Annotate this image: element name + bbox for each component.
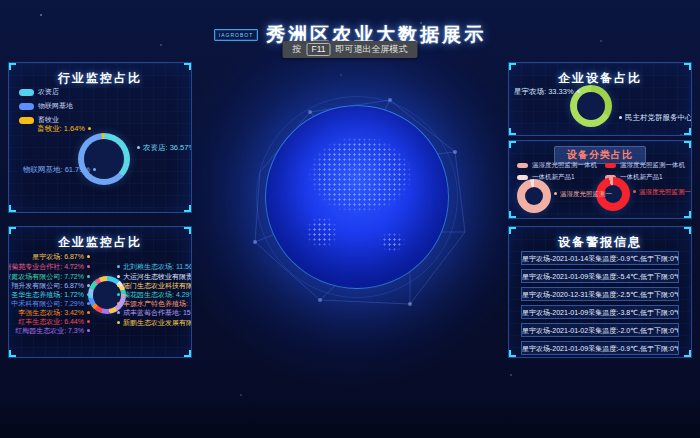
donut-label: 星宇农场: 6.87% — [32, 252, 90, 261]
panel-title: 企业设备占比 — [509, 70, 691, 87]
donut-label: 秀洲菊苑专业合作社: 4.72% — [8, 262, 90, 271]
donut-label-agristore: 农资店: 36.57% — [137, 143, 192, 152]
donut-label: 翔升发有限公司: 6.87% — [11, 281, 90, 290]
alarm-list: 星宇农场-2021-01-14采集温度:-0.9℃,低于下限:0℃ 星宇农场-2… — [521, 251, 679, 355]
legend-chip — [19, 103, 34, 110]
corner-accent — [9, 205, 16, 212]
star-field — [40, 14, 42, 16]
legend-label: 一体机新产品1 — [620, 173, 663, 182]
alarm-row: 星宇农场-2020-12-31采集温度:-2.5℃,低于下限:0℃ — [521, 287, 679, 301]
corner-accent — [684, 227, 691, 234]
donut-hole — [577, 92, 605, 120]
legend-label: 温湿度光照监测一体机 — [532, 161, 597, 170]
legend-item[interactable]: 农资店 — [19, 87, 73, 97]
f11-key-badge: F11 — [306, 43, 330, 56]
corner-accent — [184, 205, 191, 212]
corner-accent — [509, 141, 516, 148]
donut-label: 中禾科有限公司: 7.29% — [11, 299, 90, 308]
panel-title: 设备警报信息 — [509, 234, 691, 251]
corner-accent — [509, 211, 516, 218]
alarm-row: 星宇农场-2021-01-02采集温度:-2.0℃,低于下限:0℃ — [521, 323, 679, 337]
panel-enterprise-monitor: 企业监控占比 星宇农场: 6.87% 秀洲菊苑专业合作社: 4.72% 家庭农场… — [8, 226, 192, 358]
donut-label: 成丰蓝莓合作基地: 15.02% — [117, 308, 192, 317]
donut-label: 圣华生态养殖场: 1.72% — [11, 290, 90, 299]
corner-accent — [684, 63, 691, 70]
corner-accent — [684, 141, 691, 148]
logo-badge: IAGROBOT — [214, 29, 258, 41]
corner-accent — [9, 350, 16, 357]
donut-label: 菊花园生态农场: 4.29% — [117, 290, 192, 299]
legend-chip — [517, 175, 528, 180]
corner-accent — [509, 350, 516, 357]
donut-label: 李强生态农场: 3.42% — [18, 308, 90, 317]
legend-label: 物联网基地 — [38, 101, 73, 111]
panel-device-ratio: 企业设备占比 星宇农场: 33.33% 民主村党群服务中心: — [508, 62, 692, 136]
panel-title: 行业监控占比 — [9, 70, 191, 87]
donut-label-minzhucun: 民主村党群服务中心: — [619, 113, 692, 122]
corner-accent — [684, 350, 691, 357]
legend-label: 农资店 — [38, 87, 59, 97]
donut-label-livestock: 畜牧业: 1.64% — [37, 124, 91, 133]
donut-label-iot-base: 物联网基地: 61.79% — [23, 165, 96, 174]
corner-accent — [184, 350, 191, 357]
panel-device-category: 设备分类占比 温湿度光照监测一体机 一体机新产品1 温湿度光照监测一体机 一体机… — [508, 140, 692, 219]
donut-callout-right: 温湿度光照监测一 — [633, 187, 691, 196]
fullscreen-exit-tip: 按 F11 即可退出全屏模式 — [282, 41, 417, 58]
corner-accent — [509, 63, 516, 70]
alarm-row: 星宇农场-2021-01-09采集温度:-0.9℃,低于下限:0℃ — [521, 341, 679, 355]
legend-item[interactable]: 物联网基地 — [19, 101, 73, 111]
panel-title: 企业监控占比 — [9, 234, 191, 251]
corner-accent — [9, 227, 16, 234]
legend-item[interactable]: 温湿度光照监测一体机 — [605, 161, 685, 170]
industry-donut-chart[interactable] — [78, 133, 130, 185]
donut-label: 红梅园生态农业: 7.3% — [15, 326, 90, 335]
corner-accent — [9, 63, 16, 70]
corner-accent — [509, 227, 516, 234]
donut-label: 红丰生态农业: 6.44% — [18, 317, 90, 326]
dashboard-screen: IAGROBOT 秀洲区农业大数据展示 按 F11 即可退出全屏模式 行业监控占… — [0, 0, 700, 438]
donut-label: 家庭农场有限公司: 7.72% — [8, 272, 90, 281]
donut-callout-left: 温湿度光照监测一 — [554, 189, 612, 198]
donut-label-xingyu: 星宇农场: 33.33% — [514, 87, 580, 96]
legend-chip — [19, 117, 34, 124]
category-donut-left[interactable] — [517, 179, 551, 213]
donut-hole — [525, 187, 543, 205]
corner-accent — [684, 211, 691, 218]
alarm-row: 星宇农场-2021-01-09采集温度:-5.4℃,低于下限:0℃ — [521, 269, 679, 283]
alarm-row: 星宇农场-2021-01-09采集温度:-3.8℃,低于下限:0℃ — [521, 305, 679, 319]
panel-industry-monitor: 行业监控占比 农资店 物联网基地 畜牧业 畜牧业: 1.64% 农资店: 36.… — [8, 62, 192, 213]
donut-label: 陆门生态农业科技有限公 — [117, 281, 192, 290]
donut-label: 新鹏生态农业发展有限公司: 6.87 — [117, 318, 192, 327]
corner-accent — [684, 128, 691, 135]
tip-prefix: 按 — [292, 43, 301, 56]
industry-legend: 农资店 物联网基地 畜牧业 — [19, 87, 73, 125]
globe-visualization — [265, 105, 449, 289]
globe-dot-map — [277, 117, 437, 277]
legend-chip — [605, 163, 616, 168]
donut-label: 北刘粮生态农场: 11.56% — [117, 262, 192, 271]
alarm-row: 星宇农场-2021-01-14采集温度:-0.9℃,低于下限:0℃ — [521, 251, 679, 265]
legend-chip — [19, 89, 34, 96]
corner-accent — [509, 128, 516, 135]
legend-item[interactable]: 温湿度光照监测一体机 — [517, 161, 597, 170]
donut-label: 大运河生态牧业有限责任公 — [117, 272, 192, 281]
corner-accent — [184, 63, 191, 70]
tip-suffix: 即可退出全屏模式 — [336, 43, 408, 56]
corner-accent — [184, 227, 191, 234]
legend-chip — [517, 163, 528, 168]
donut-label: 丰源水产特色养殖场: 1. — [117, 299, 192, 308]
panel-alarm-info: 设备警报信息 星宇农场-2021-01-14采集温度:-0.9℃,低于下限:0℃… — [508, 226, 692, 358]
legend-label: 温湿度光照监测一体机 — [620, 161, 685, 170]
